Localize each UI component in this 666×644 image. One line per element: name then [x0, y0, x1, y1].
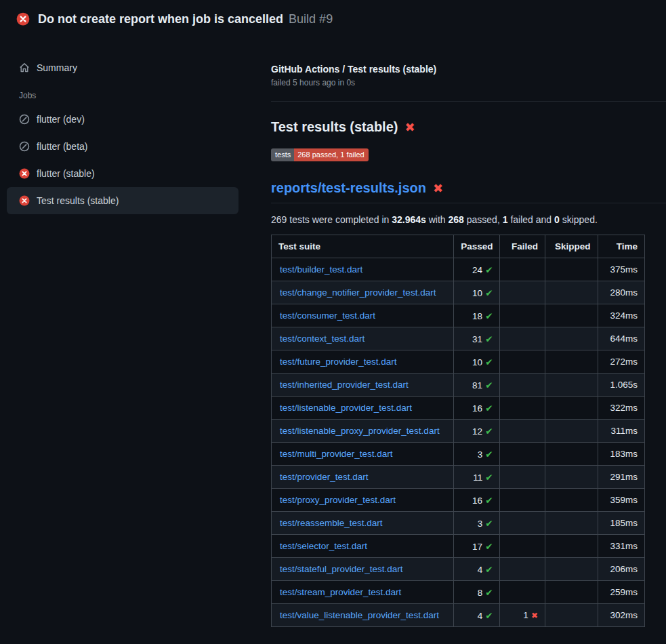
main-content: GitHub Actions / Test results (stable) f…	[271, 38, 666, 627]
passed-cell: 16✔	[454, 489, 500, 512]
x-icon: ✖	[404, 120, 415, 134]
table-row: test/context_test.dart 31✔ 644ms	[272, 327, 645, 350]
test-suite-link[interactable]: test/provider_test.dart	[280, 472, 369, 482]
table-row: test/value_listenable_provider_test.dart…	[272, 604, 645, 627]
breadcrumb: GitHub Actions / Test results (stable)	[271, 64, 645, 75]
passed-cell: 24✔	[454, 258, 500, 281]
test-suite-link[interactable]: test/builder_test.dart	[280, 264, 362, 275]
check-icon: ✔	[485, 518, 493, 529]
skipped-cell	[545, 443, 598, 466]
table-header-row: Test suite Passed Failed Skipped Time	[272, 235, 645, 258]
test-suite-link[interactable]: test/change_notifier_provider_test.dart	[280, 287, 436, 298]
time-cell: 1.065s	[598, 374, 644, 397]
check-icon: ✔	[485, 564, 493, 575]
report-heading: reports/test-results.json ✖	[271, 180, 666, 203]
passed-cell: 10✔	[454, 281, 500, 304]
failed-cell	[500, 420, 545, 443]
time-cell: 324ms	[598, 304, 644, 327]
table-row: test/builder_test.dart 24✔ 375ms	[272, 258, 645, 281]
skipped-cell	[545, 535, 598, 558]
time-cell: 259ms	[598, 581, 644, 604]
failed-cell	[500, 374, 545, 397]
time-cell: 185ms	[598, 512, 644, 535]
report-file-link[interactable]: reports/test-results.json	[271, 180, 426, 196]
sidebar-summary-label: Summary	[37, 62, 77, 73]
sidebar-item-flutter-dev[interactable]: flutter (dev)	[16, 106, 255, 133]
time-cell: 302ms	[598, 604, 644, 627]
check-icon: ✔	[485, 310, 493, 321]
sidebar-item-flutter-beta[interactable]: flutter (beta)	[16, 133, 255, 160]
sidebar-item-summary[interactable]: Summary	[16, 54, 255, 81]
check-icon: ✔	[485, 357, 493, 367]
job-label: flutter (beta)	[37, 141, 87, 152]
test-suite-link[interactable]: test/value_listenable_provider_test.dart	[280, 610, 439, 620]
test-suite-link[interactable]: test/selector_test.dart	[280, 541, 367, 551]
table-row: test/multi_provider_test.dart 3✔ 183ms	[272, 443, 645, 466]
skipped-cell	[545, 558, 598, 581]
test-suite-link[interactable]: test/reassemble_test.dart	[280, 518, 383, 528]
sidebar-item-flutter-stable[interactable]: flutter (stable)	[16, 160, 255, 187]
col-passed: Passed	[454, 235, 500, 258]
test-suite-link[interactable]: test/proxy_provider_test.dart	[280, 495, 396, 505]
badge-label: tests	[271, 148, 294, 161]
cancelled-icon	[19, 141, 30, 152]
time-cell: 359ms	[598, 489, 644, 512]
passed-cell: 16✔	[454, 397, 500, 420]
failed-cell	[500, 397, 545, 420]
skipped-cell	[545, 397, 598, 420]
failed-cell	[500, 443, 545, 466]
run-title: Do not create report when job is cancell…	[38, 12, 283, 26]
table-row: test/future_provider_test.dart 10✔ 272ms	[272, 350, 645, 374]
failed-cell	[500, 327, 545, 350]
time-cell: 291ms	[598, 466, 644, 489]
check-icon: ✔	[485, 541, 493, 552]
test-suite-link[interactable]: test/stream_provider_test.dart	[280, 587, 401, 597]
check-icon: ✔	[485, 472, 493, 483]
passed-cell: 18✔	[454, 304, 500, 327]
skipped-cell	[545, 466, 598, 489]
passed-cell: 3✔	[454, 512, 500, 535]
col-failed: Failed	[500, 235, 545, 258]
test-suite-link[interactable]: test/consumer_test.dart	[280, 310, 375, 321]
check-icon: ✔	[485, 287, 493, 298]
failed-cell	[500, 558, 545, 581]
job-list: flutter (dev) flutter (beta)	[16, 106, 255, 214]
check-icon: ✔	[485, 403, 493, 414]
job-label: flutter (dev)	[37, 114, 85, 125]
sidebar: Summary Jobs flutter (dev)	[0, 38, 271, 214]
test-suite-link[interactable]: test/future_provider_test.dart	[280, 357, 397, 367]
failed-cell	[500, 281, 545, 304]
job-label: flutter (stable)	[37, 168, 95, 179]
passed-cell: 17✔	[454, 535, 500, 558]
badge-value: 268 passed, 1 failed	[294, 148, 368, 161]
check-icon: ✔	[485, 264, 493, 275]
skipped-cell	[545, 327, 598, 350]
passed-cell: 10✔	[454, 350, 500, 374]
table-row: test/reassemble_test.dart 3✔ 185ms	[272, 512, 645, 535]
table-row: test/proxy_provider_test.dart 16✔ 359ms	[272, 489, 645, 512]
skipped-cell	[545, 374, 598, 397]
jobs-section-label: Jobs	[19, 91, 255, 100]
test-suite-link[interactable]: test/context_test.dart	[280, 334, 365, 344]
sidebar-item-test-results-stable[interactable]: Test results (stable)	[7, 187, 238, 214]
test-suite-link[interactable]: test/multi_provider_test.dart	[280, 449, 393, 459]
skipped-cell	[545, 489, 598, 512]
passed-cell: 4✔	[454, 558, 500, 581]
skipped-cell	[545, 512, 598, 535]
test-suite-link[interactable]: test/inherited_provider_test.dart	[280, 380, 409, 390]
failed-circle-icon	[19, 195, 30, 206]
time-cell: 322ms	[598, 397, 644, 420]
check-icon: ✔	[485, 334, 493, 344]
job-label: Test results (stable)	[37, 195, 119, 206]
skipped-cell	[545, 258, 598, 281]
run-header: Do not create report when job is cancell…	[0, 0, 666, 38]
test-suite-link[interactable]: test/stateful_provider_test.dart	[280, 564, 403, 574]
time-cell: 331ms	[598, 535, 644, 558]
results-table-body: test/builder_test.dart 24✔ 375ms test/ch…	[272, 258, 645, 627]
time-cell: 375ms	[598, 258, 644, 281]
test-suite-link[interactable]: test/listenable_proxy_provider_test.dart	[280, 426, 440, 436]
summary-line: 269 tests were completed in 32.964s with…	[271, 214, 645, 225]
test-suite-link[interactable]: test/listenable_provider_test.dart	[280, 403, 412, 413]
failed-circle-icon	[16, 12, 30, 26]
failed-cell	[500, 581, 545, 604]
